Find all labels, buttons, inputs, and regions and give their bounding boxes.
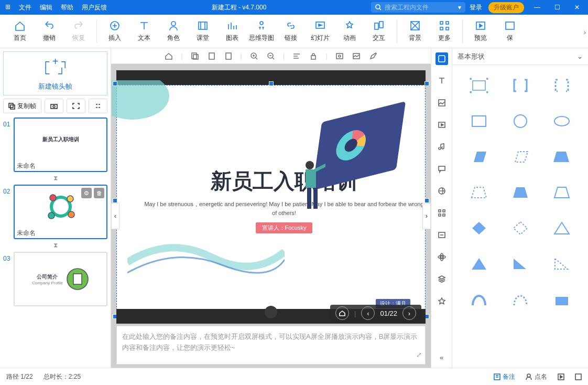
menu-feedback[interactable]: 用户反馈 — [82, 3, 107, 12]
maximize-icon[interactable]: ☐ — [550, 4, 564, 11]
shape-rect[interactable] — [461, 111, 497, 131]
canvas[interactable]: 新员工入职培训 May I be strenuous，energetic and… — [111, 64, 431, 368]
camera-button[interactable] — [45, 99, 63, 113]
status-notes-button[interactable]: 备注 — [494, 372, 515, 381]
transition-icon[interactable]: ⧗ — [3, 174, 107, 181]
shape-arc[interactable] — [461, 290, 497, 309]
shape-arc-dashed[interactable] — [502, 290, 538, 309]
zoom-out-icon[interactable] — [266, 51, 276, 61]
shapes-panel-header[interactable]: 基本形状 ⌄ — [452, 48, 588, 65]
expand-notes-icon[interactable]: ⤢ — [416, 350, 422, 361]
shape-trapezoid[interactable] — [502, 183, 538, 202]
toolbar-链接[interactable]: 链接 — [276, 20, 306, 42]
shape-brackets[interactable] — [502, 76, 538, 95]
search-input[interactable] — [385, 4, 448, 11]
toolbar-首页[interactable]: 首页 — [5, 20, 35, 42]
transition-icon[interactable]: ⧗ — [3, 241, 107, 249]
toolbar-幻灯片[interactable]: 幻灯片 — [306, 20, 335, 42]
scrubber-handle[interactable] — [265, 306, 277, 318]
toolbar-保[interactable]: 保 — [495, 20, 525, 42]
toolbar-插入[interactable]: 插入 — [100, 20, 129, 42]
cut-icon[interactable] — [224, 51, 233, 61]
toolbar-课堂[interactable]: 课堂 — [188, 20, 217, 42]
login-link[interactable]: 登录 — [470, 3, 482, 12]
shape-parallelogram-dashed[interactable] — [502, 147, 538, 167]
toolbar-思维导图[interactable]: 思维导图 — [247, 20, 276, 42]
upgrade-button[interactable]: 升级账户 — [488, 2, 524, 13]
status-roll-button[interactable]: 点名 — [526, 372, 547, 381]
video-tool-icon[interactable] — [435, 119, 448, 131]
notes-panel[interactable]: 在此处输入您的备注内容，在预览时开启双屏模式，可以实现A屏全屏播放演示内容，B屏… — [116, 326, 426, 365]
copy-frame-button[interactable]: 复制帧 — [3, 99, 41, 113]
toolbar-动画[interactable]: 动画 — [335, 20, 364, 42]
shape-square-corners[interactable] — [461, 76, 497, 95]
shape-right-triangle-dashed[interactable] — [543, 254, 580, 274]
close-icon[interactable]: ✕ — [570, 4, 584, 11]
toolbar-文本[interactable]: 文本 — [129, 20, 159, 42]
toolbar-背景[interactable]: 背景 — [400, 20, 430, 42]
shape-right-triangle[interactable] — [502, 254, 538, 274]
text-tool-icon[interactable] — [435, 74, 448, 87]
shape-diamond-dashed[interactable] — [502, 218, 538, 238]
fit-button[interactable] — [67, 99, 85, 113]
pan-button[interactable] — [89, 99, 107, 113]
toolbar-更多[interactable]: 更多 — [430, 20, 459, 42]
star-tool-icon[interactable] — [435, 295, 448, 307]
toolbar-角色[interactable]: 角色 — [159, 20, 188, 42]
image-tool-icon[interactable] — [435, 97, 448, 109]
thumb-item[interactable]: 02未命名⚙🗑 — [3, 185, 107, 239]
status-play-button[interactable] — [558, 373, 564, 380]
thumb-item[interactable]: 03公司简介Company Profile — [3, 252, 107, 306]
minimize-icon[interactable]: — — [530, 4, 544, 11]
menu-help[interactable]: 帮助 — [61, 3, 73, 12]
new-frame-button[interactable]: ┌ + ┐└ ┘ 新建镜头帧 — [3, 51, 107, 95]
photo-icon[interactable] — [335, 51, 344, 61]
copy-icon[interactable] — [190, 51, 200, 61]
image-icon[interactable] — [352, 51, 361, 61]
shape-diamond[interactable] — [461, 218, 497, 238]
comment-tool-icon[interactable] — [435, 163, 448, 175]
align-icon[interactable] — [292, 51, 301, 61]
audio-tool-icon[interactable] — [435, 141, 448, 153]
home-icon[interactable] — [164, 51, 173, 61]
collapse-panel-icon[interactable]: « — [435, 351, 448, 363]
slide[interactable]: 新员工入职培训 May I be strenuous，energetic and… — [116, 85, 426, 315]
shape-parallelogram[interactable] — [461, 147, 497, 167]
status-fullscreen-button[interactable] — [575, 373, 582, 380]
lock-icon[interactable] — [309, 51, 318, 61]
shape-trapezoid-outline[interactable] — [543, 183, 580, 202]
shape-circle[interactable] — [502, 111, 538, 131]
menu-edit[interactable]: 编辑 — [40, 3, 52, 12]
layers-tool-icon[interactable] — [435, 273, 448, 285]
shape-block[interactable] — [543, 290, 580, 309]
pager-prev-icon[interactable]: ‹ — [361, 306, 375, 320]
globe-tool-icon[interactable] — [435, 185, 448, 197]
thumb-item[interactable]: 01新员工入职培训未命名 — [3, 117, 107, 172]
shape-dashed-brackets[interactable] — [543, 76, 580, 95]
components-tool-icon[interactable] — [435, 207, 448, 219]
prev-slide-button[interactable]: ‹ — [111, 203, 119, 229]
paste-icon[interactable] — [207, 51, 216, 61]
pencil-tool-icon[interactable] — [435, 229, 448, 241]
shapes-tool-icon[interactable] — [435, 52, 448, 65]
toolbar-预览[interactable]: 预览 — [466, 20, 495, 42]
toolbar-图表[interactable]: 图表 — [217, 20, 247, 42]
search-box[interactable]: ▾ — [371, 2, 465, 13]
thumb-settings-icon[interactable]: ⚙ — [81, 188, 92, 198]
next-slide-button[interactable]: › — [422, 203, 431, 229]
shape-parallelogram-alt[interactable] — [543, 147, 580, 167]
search-dropdown-icon[interactable]: ▾ — [458, 4, 461, 11]
zoom-in-icon[interactable] — [249, 51, 259, 61]
shape-trapezoid-dashed[interactable] — [461, 183, 497, 202]
shape-triangle[interactable] — [461, 254, 497, 274]
atom-tool-icon[interactable] — [435, 251, 448, 263]
thumb-delete-icon[interactable]: 🗑 — [94, 188, 104, 198]
pager-next-icon[interactable]: › — [402, 306, 416, 320]
toolbar-交互[interactable]: 交互 — [364, 20, 394, 42]
shape-triangle-outline[interactable] — [543, 218, 580, 238]
shape-ellipse[interactable] — [543, 111, 580, 131]
toolbar-撤销[interactable]: 撤销 — [35, 20, 64, 42]
menu-file[interactable]: 文件 — [19, 3, 31, 12]
toolbar-恢复[interactable]: 恢复 — [64, 20, 93, 42]
toolbar-scroll-icon[interactable]: › — [584, 28, 586, 36]
